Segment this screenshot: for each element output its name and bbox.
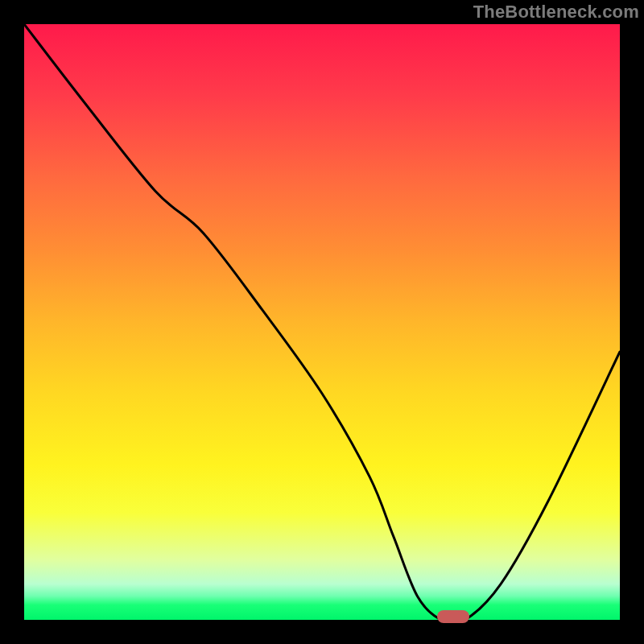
plot-area	[24, 24, 620, 620]
optimal-marker	[437, 610, 469, 623]
watermark-label: TheBottleneck.com	[473, 2, 639, 23]
bottleneck-curve	[24, 24, 620, 620]
chart-frame: TheBottleneck.com	[0, 0, 644, 644]
